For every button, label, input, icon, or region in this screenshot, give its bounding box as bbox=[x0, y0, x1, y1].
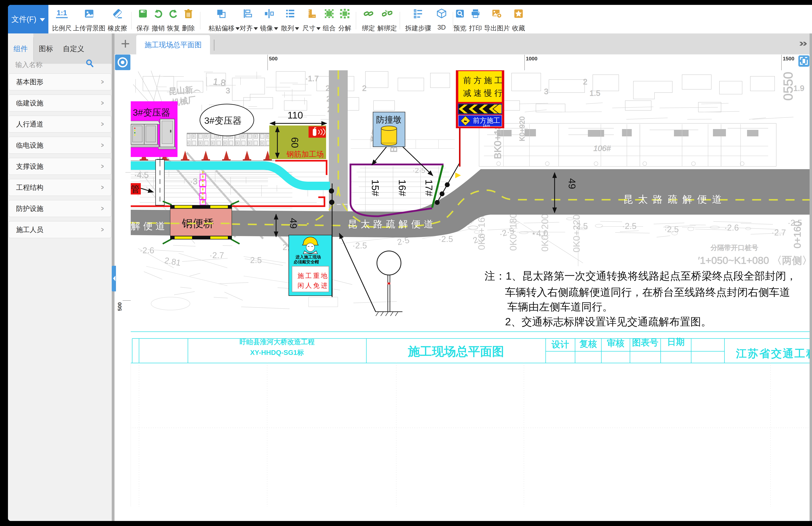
svg-text:2、交通标志标牌设置详见交通疏解布置图。: 2、交通标志标牌设置详见交通疏解布置图。 bbox=[505, 316, 711, 327]
svg-text:车辆由左侧车道同行。: 车辆由左侧车道同行。 bbox=[507, 301, 613, 313]
svg-text:49: 49 bbox=[288, 218, 299, 229]
svg-text:K0+920: K0+920 bbox=[518, 116, 526, 141]
svg-text:0K0+200: 0K0+200 bbox=[539, 214, 550, 252]
svg-text:图表号: 图表号 bbox=[632, 337, 658, 347]
svg-text:·3: ·3 bbox=[190, 177, 198, 186]
svg-text:1500: 1500 bbox=[783, 56, 794, 61]
svg-text:15#: 15# bbox=[370, 179, 381, 196]
svg-text:日期: 日期 bbox=[667, 337, 685, 347]
svg-text:3#变压器: 3#变压器 bbox=[204, 115, 242, 126]
svg-text:1000: 1000 bbox=[526, 56, 537, 61]
svg-text:昆太路疏解便道: 昆太路疏解便道 bbox=[348, 219, 436, 229]
svg-text:′1+050~K1+080 〈两侧〉: ′1+050~K1+080 〈两侧〉 bbox=[698, 255, 810, 266]
svg-text:1.5: 1.5 bbox=[590, 89, 600, 98]
svg-text:·2·5: ·2·5 bbox=[412, 166, 425, 174]
svg-text:1km: 1km bbox=[483, 123, 490, 128]
svg-text:110: 110 bbox=[288, 110, 303, 121]
svg-text:·1.7: ·1.7 bbox=[305, 74, 319, 83]
svg-text:2: 2 bbox=[362, 84, 366, 92]
svg-text:·2.5: ·2.5 bbox=[352, 241, 367, 250]
svg-text:减速慢行: 减速慢行 bbox=[463, 88, 505, 98]
svg-text:17#: 17# bbox=[423, 179, 435, 196]
svg-text:管: 管 bbox=[131, 184, 140, 194]
svg-text:设计: 设计 bbox=[551, 339, 569, 349]
svg-text:施工现场总平面图: 施工现场总平面图 bbox=[408, 345, 504, 358]
svg-text:钢筋加工场: 钢筋加工场 bbox=[286, 150, 324, 158]
svg-text:·2.5: ·2.5 bbox=[788, 218, 802, 228]
svg-text:0K0+220: 0K0+220 bbox=[571, 215, 582, 252]
svg-text:1.8: 1.8 bbox=[213, 76, 227, 88]
svg-text:0550: 0550 bbox=[781, 72, 795, 101]
svg-text:16#: 16# bbox=[397, 179, 408, 196]
svg-text:2: 2 bbox=[583, 77, 588, 86]
svg-text:BK0+18: BK0+18 bbox=[492, 124, 503, 159]
svg-text:昆太路疏解便道: 昆太路疏解便道 bbox=[623, 194, 727, 205]
svg-text:注：1、昆太路第一次交通转换将线路起点至桥梁终点段全部封闭，: 注：1、昆太路第一次交通转换将线路起点至桥梁终点段全部封闭， bbox=[484, 270, 797, 282]
svg-text:3: 3 bbox=[226, 86, 230, 95]
svg-text:盱眙县淮河大桥改造工程: 盱眙县淮河大桥改造工程 bbox=[240, 338, 315, 346]
svg-text:昆山新︵: 昆山新︵ bbox=[169, 85, 201, 96]
svg-text:施工重地: 施工重地 bbox=[298, 272, 329, 279]
svg-text:60: 60 bbox=[289, 137, 300, 148]
svg-text:·2.5: ·2.5 bbox=[438, 234, 453, 244]
svg-text:闲人免进: 闲人免进 bbox=[298, 282, 329, 289]
svg-text:·2.6: ·2.6 bbox=[724, 223, 739, 232]
svg-text:进入施工现场: 进入施工现场 bbox=[295, 254, 321, 260]
svg-text:复核: 复核 bbox=[579, 339, 597, 349]
svg-text:106#: 106# bbox=[593, 144, 611, 152]
svg-text:500: 500 bbox=[269, 56, 277, 61]
svg-text:·2.5: ·2.5 bbox=[622, 221, 637, 231]
svg-text:XY-HHDQ-SG1标: XY-HHDQ-SG1标 bbox=[250, 349, 304, 356]
svg-text:车辆转入右侧疏解便道同行，在桥台至线路终点封闭右侧车道: 车辆转入右侧疏解便道同行，在桥台至线路终点封闭右侧车道 bbox=[505, 286, 790, 298]
svg-text:必须戴安全帽: 必须戴安全帽 bbox=[293, 260, 319, 264]
svg-text:前方施工: 前方施工 bbox=[473, 117, 500, 124]
svg-text:3: 3 bbox=[544, 87, 548, 96]
svg-text:·2.7: ·2.7 bbox=[209, 250, 224, 260]
svg-text:分隔带开口桩号: 分隔带开口桩号 bbox=[710, 244, 758, 251]
svg-text:防撞墩: 防撞墩 bbox=[376, 115, 402, 125]
svg-text:49: 49 bbox=[567, 178, 578, 189]
svg-text:500: 500 bbox=[117, 302, 122, 311]
svg-text:疏解便道: 疏解便道 bbox=[118, 221, 168, 231]
svg-text:审核: 审核 bbox=[607, 338, 624, 348]
svg-text:·2.5: ·2.5 bbox=[664, 224, 679, 234]
svg-text:3#变压器: 3#变压器 bbox=[133, 107, 170, 118]
svg-text:0K0+180: 0K0+180 bbox=[508, 213, 518, 251]
svg-text:江苏省交通工程: 江苏省交通工程 bbox=[736, 347, 810, 360]
svg-text:2.81: 2.81 bbox=[164, 255, 182, 268]
svg-text:前方施工: 前方施工 bbox=[463, 76, 505, 85]
